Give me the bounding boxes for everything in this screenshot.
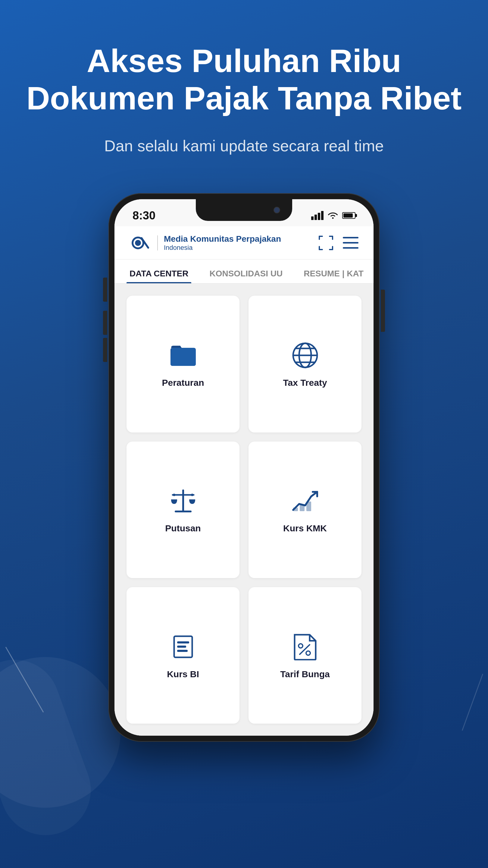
- status-icons: [311, 210, 355, 221]
- globe-icon: [290, 340, 320, 370]
- svg-rect-3: [319, 236, 320, 240]
- list-chart-icon: [168, 632, 198, 662]
- phone-outer: 8:30: [108, 193, 380, 742]
- folder-icon: [168, 340, 198, 370]
- chart-icon: [290, 486, 320, 516]
- phone-screen: 8:30: [115, 199, 373, 736]
- hero-subtitle: Dan selalu kami update secara real time: [24, 135, 464, 157]
- card-kurs-kmk-label: Kurs KMK: [283, 523, 327, 533]
- front-camera: [273, 207, 280, 213]
- hero-title: Akses Puluhan Ribu Dokumen Pajak Tanpa R…: [24, 42, 464, 117]
- ortax-logo-icon: [130, 232, 151, 254]
- logo-app-tagline-2: Indonesia: [164, 244, 281, 252]
- svg-rect-12: [343, 247, 358, 249]
- card-kurs-kmk[interactable]: Kurs KMK: [249, 441, 361, 578]
- logo-divider: [157, 236, 158, 250]
- scan-icon[interactable]: [318, 235, 334, 251]
- hero-section: Akses Puluhan Ribu Dokumen Pajak Tanpa R…: [0, 42, 488, 157]
- document-percent-icon: [290, 632, 320, 662]
- grid-content: Peraturan Tax: [115, 284, 373, 736]
- wifi-icon: [328, 210, 338, 221]
- logo-text: Media Komunitas Perpajakan Indonesia: [164, 234, 281, 252]
- svg-rect-11: [343, 242, 358, 244]
- tab-resume[interactable]: RESUME | KAT: [301, 269, 367, 283]
- menu-icon[interactable]: [343, 237, 358, 249]
- svg-rect-7: [319, 246, 320, 250]
- phone-inner: 8:30: [115, 199, 373, 736]
- battery-icon: [342, 212, 355, 219]
- svg-rect-23: [293, 507, 298, 511]
- phone-mockup: 8:30: [108, 193, 380, 742]
- bg-line-2: [462, 674, 483, 731]
- svg-point-30: [298, 644, 303, 648]
- card-putusan[interactable]: Putusan: [127, 441, 239, 578]
- header-icons: [318, 235, 358, 251]
- svg-rect-24: [300, 504, 304, 511]
- card-tarif-bunga[interactable]: Tarif Bunga: [249, 587, 361, 724]
- card-tarif-bunga-label: Tarif Bunga: [280, 669, 330, 679]
- svg-point-1: [135, 240, 141, 246]
- svg-point-21: [173, 494, 175, 496]
- svg-rect-9: [332, 246, 333, 250]
- app-header: Media Komunitas Perpajakan Indonesia: [115, 226, 373, 259]
- svg-rect-27: [177, 641, 189, 644]
- tab-konsolidasi[interactable]: KONSOLIDASI UU: [206, 269, 286, 283]
- status-time: 8:30: [133, 209, 156, 222]
- tab-data-center[interactable]: DATA CENTER: [127, 269, 191, 283]
- svg-point-31: [306, 651, 310, 655]
- card-putusan-label: Putusan: [165, 523, 201, 533]
- scales-icon: [168, 486, 198, 516]
- card-kurs-bi[interactable]: Kurs BI: [127, 587, 239, 724]
- card-tax-treaty[interactable]: Tax Treaty: [249, 296, 361, 432]
- svg-line-32: [300, 645, 310, 654]
- tabs-bar: DATA CENTER KONSOLIDASI UU RESUME | KAT: [115, 259, 373, 284]
- app-logo: Media Komunitas Perpajakan Indonesia: [130, 232, 281, 254]
- svg-rect-5: [332, 236, 333, 240]
- card-kurs-bi-label: Kurs BI: [167, 669, 199, 679]
- card-tax-treaty-label: Tax Treaty: [283, 378, 327, 388]
- svg-rect-29: [177, 650, 188, 652]
- phone-notch: [196, 199, 292, 221]
- svg-rect-28: [177, 646, 186, 648]
- svg-rect-10: [343, 237, 358, 239]
- svg-rect-25: [306, 501, 311, 511]
- card-peraturan-label: Peraturan: [162, 378, 204, 388]
- svg-point-22: [191, 494, 193, 496]
- logo-app-tagline-1: Media Komunitas Perpajakan: [164, 234, 281, 244]
- signal-bars-icon: [311, 211, 324, 220]
- card-peraturan[interactable]: Peraturan: [127, 296, 239, 432]
